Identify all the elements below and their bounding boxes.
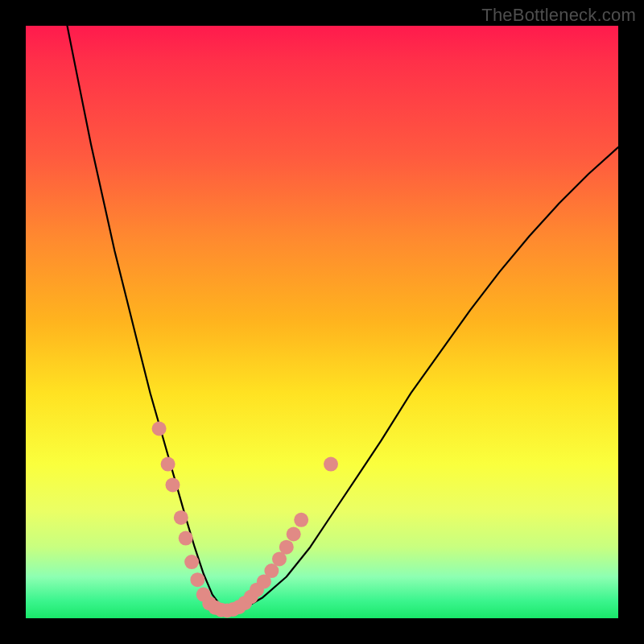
- chart-svg: [26, 26, 618, 618]
- data-dot: [152, 422, 167, 436]
- data-dot: [287, 527, 301, 542]
- data-dot: [279, 540, 294, 555]
- data-dot: [190, 572, 204, 587]
- data-dot: [174, 510, 188, 525]
- data-dots: [152, 422, 338, 618]
- data-dot: [264, 564, 279, 578]
- data-dot: [161, 457, 175, 472]
- watermark-text: TheBottleneck.com: [481, 5, 636, 26]
- data-dot: [324, 457, 338, 472]
- bottleneck-curve: [68, 26, 619, 611]
- plot-area: [26, 26, 618, 618]
- data-dot: [166, 477, 180, 492]
- data-dot: [294, 513, 308, 527]
- chart-frame: TheBottleneck.com: [0, 0, 644, 644]
- data-dot: [184, 555, 199, 569]
- data-dot: [179, 531, 193, 546]
